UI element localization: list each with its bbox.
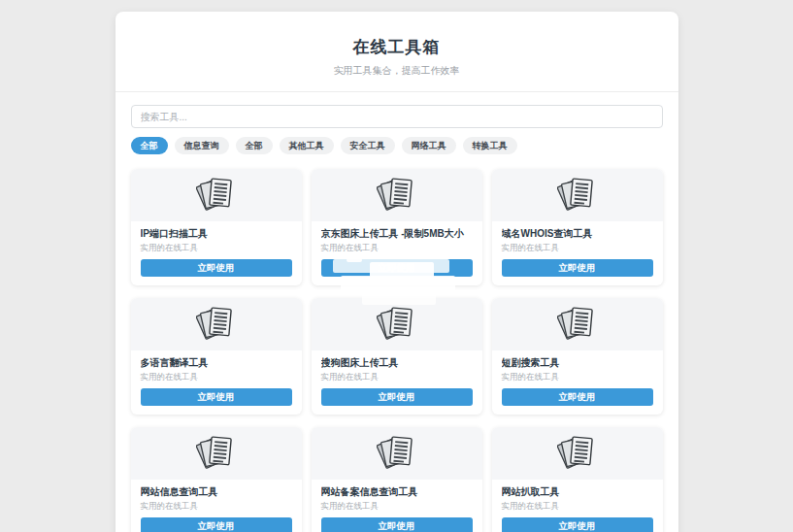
card-icon-area [492, 169, 663, 221]
tool-description: 实用的在线工具 [321, 501, 473, 511]
filter-pill[interactable]: 其他工具 [280, 137, 334, 154]
tool-name: 搜狗图床上传工具 [321, 356, 473, 369]
pages-icon [557, 174, 598, 217]
pages-icon [196, 303, 237, 347]
page-subtitle: 实用工具集合，提高工作效率 [131, 64, 663, 78]
pages-icon [377, 432, 417, 476]
tool-description: 实用的在线工具 [141, 501, 292, 511]
card-icon-area [492, 298, 663, 350]
pages-icon [557, 432, 598, 476]
filter-pill-active[interactable]: 全部 [131, 137, 168, 154]
tool-description: 实用的在线工具 [502, 501, 653, 511]
tool-description: 实用的在线工具 [502, 372, 653, 382]
tool-description: 实用的在线工具 [141, 372, 292, 382]
tool-card: 域名WHOIS查询工具 实用的在线工具 立即使用 [492, 169, 663, 285]
use-tool-button[interactable]: 立即使用 [141, 259, 292, 277]
use-tool-button[interactable]: 立即使用 [141, 388, 292, 406]
filter-pill[interactable]: 安全工具 [341, 137, 395, 154]
card-body: IP端口扫描工具 实用的在线工具 立即使用 [131, 221, 302, 285]
card-icon-area [312, 298, 482, 350]
card-body: 网站扒取工具 实用的在线工具 立即使用 [492, 480, 663, 532]
tool-description: 实用的在线工具 [502, 243, 653, 252]
header-divider [116, 91, 678, 92]
search-input[interactable] [131, 105, 663, 128]
card-body: 网站备案信息查询工具 实用的在线工具 立即使用 [312, 480, 482, 532]
pages-icon [377, 303, 417, 347]
tool-name: 短剧搜索工具 [502, 356, 653, 369]
tools-grid: IP端口扫描工具 实用的在线工具 立即使用 [131, 169, 663, 532]
card-icon-area [312, 427, 482, 480]
tool-name: 网站信息查询工具 [141, 485, 292, 498]
tool-card: 京东图床上传工具 -限制5MB大小 实用的在线工具 立即使用 [312, 169, 482, 285]
card-icon-area [131, 169, 302, 221]
pages-icon [196, 432, 237, 476]
tool-description: 实用的在线工具 [321, 372, 473, 382]
tool-name: 多语言翻译工具 [141, 356, 292, 369]
tool-name: IP端口扫描工具 [141, 227, 292, 240]
tool-card: 网站信息查询工具 实用的在线工具 立即使用 [131, 427, 302, 532]
card-body: 搜狗图床上传工具 实用的在线工具 立即使用 [312, 350, 482, 415]
use-tool-button[interactable]: 立即使用 [502, 388, 653, 406]
use-tool-button[interactable]: 立即使用 [321, 259, 473, 277]
tool-description: 实用的在线工具 [141, 243, 292, 252]
tool-name: 京东图床上传工具 -限制5MB大小 [321, 227, 473, 240]
tool-card: 多语言翻译工具 实用的在线工具 立即使用 [131, 298, 302, 415]
use-tool-button[interactable]: 立即使用 [321, 388, 473, 406]
tool-card: 短剧搜索工具 实用的在线工具 立即使用 [492, 298, 663, 415]
filter-pill[interactable]: 网络工具 [402, 137, 456, 154]
tool-card: IP端口扫描工具 实用的在线工具 立即使用 [131, 169, 302, 285]
pages-icon [377, 174, 417, 217]
use-tool-button[interactable]: 立即使用 [502, 517, 653, 532]
card-icon-area [131, 427, 302, 480]
filter-pill[interactable]: 全部 [236, 137, 273, 154]
use-tool-button[interactable]: 立即使用 [141, 517, 292, 532]
card-body: 京东图床上传工具 -限制5MB大小 实用的在线工具 立即使用 [312, 221, 482, 285]
card-icon-area [492, 427, 663, 480]
card-body: 短剧搜索工具 实用的在线工具 立即使用 [492, 350, 663, 415]
card-icon-area [312, 169, 482, 221]
use-tool-button[interactable]: 立即使用 [321, 517, 473, 532]
tool-card: 网站备案信息查询工具 实用的在线工具 立即使用 [312, 427, 482, 532]
tool-card: 网站扒取工具 实用的在线工具 立即使用 [492, 427, 663, 532]
card-body: 网站信息查询工具 实用的在线工具 立即使用 [131, 480, 302, 532]
filter-bar: 全部信息查询全部其他工具安全工具网络工具转换工具 [131, 137, 663, 154]
toolbox-panel: 在线工具箱 实用工具集合，提高工作效率 全部信息查询全部其他工具安全工具网络工具… [116, 12, 678, 532]
filter-pill[interactable]: 信息查询 [175, 137, 229, 154]
card-body: 多语言翻译工具 实用的在线工具 立即使用 [131, 350, 302, 415]
filter-pill[interactable]: 转换工具 [463, 137, 517, 154]
pages-icon [196, 174, 237, 217]
tool-name: 域名WHOIS查询工具 [502, 227, 653, 240]
tool-card: 搜狗图床上传工具 实用的在线工具 立即使用 [312, 298, 482, 415]
tool-name: 网站备案信息查询工具 [321, 485, 473, 498]
card-body: 域名WHOIS查询工具 实用的在线工具 立即使用 [492, 221, 663, 285]
tool-description: 实用的在线工具 [321, 243, 473, 252]
use-tool-button[interactable]: 立即使用 [502, 259, 653, 277]
header: 在线工具箱 实用工具集合，提高工作效率 [131, 12, 663, 78]
card-icon-area [131, 298, 302, 350]
page-title: 在线工具箱 [131, 36, 663, 58]
tool-name: 网站扒取工具 [502, 485, 653, 498]
pages-icon [557, 303, 598, 347]
